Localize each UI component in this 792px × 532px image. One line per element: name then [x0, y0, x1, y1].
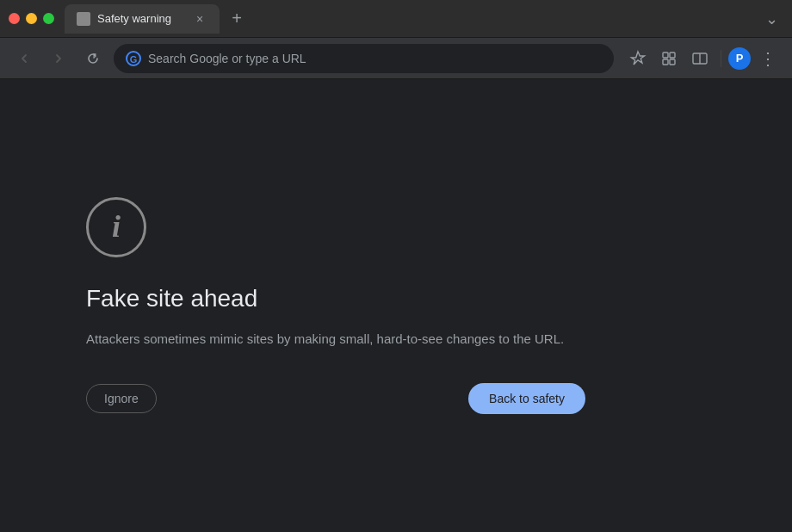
warning-title: Fake site ahead [86, 285, 257, 312]
svg-rect-6 [663, 59, 668, 65]
page-content: i Fake site ahead Attackers sometimes mi… [0, 79, 792, 532]
titlebar: i Safety warning × + ⌄ [0, 0, 792, 38]
star-icon[interactable] [624, 45, 652, 72]
warning-description: Attackers sometimes mimic sites by makin… [86, 330, 564, 350]
toolbar-icons: P ⋮ [624, 45, 782, 72]
tab-favicon: i [77, 12, 90, 26]
back-to-safety-button[interactable]: Back to safety [468, 383, 585, 414]
omnibox-text: Search Google or type a URL [148, 52, 306, 65]
tab-bar: i Safety warning × + ⌄ [65, 4, 783, 34]
extensions-icon[interactable] [655, 45, 683, 72]
svg-rect-4 [663, 53, 668, 58]
tab-close-button[interactable]: × [192, 11, 207, 27]
split-view-icon[interactable] [686, 45, 714, 72]
tab-title: Safety warning [97, 12, 185, 25]
addressbar: G Search Google or type a URL P [0, 38, 792, 79]
traffic-lights [9, 13, 54, 24]
svg-rect-7 [670, 59, 675, 65]
menu-button[interactable]: ⋮ [754, 45, 782, 72]
new-tab-button[interactable]: + [225, 7, 249, 31]
svg-rect-5 [670, 53, 675, 58]
reload-button[interactable] [79, 45, 107, 72]
svg-text:G: G [130, 53, 138, 64]
omnibox[interactable]: G Search Google or type a URL [114, 44, 614, 73]
ignore-button[interactable]: Ignore [86, 384, 157, 413]
tab-overflow-button[interactable]: ⌄ [759, 7, 783, 31]
maximize-button[interactable] [43, 13, 54, 24]
forward-button[interactable] [45, 45, 72, 72]
back-button[interactable] [10, 45, 38, 72]
button-row: Ignore Back to safety [86, 383, 585, 414]
info-icon-circle: i [86, 197, 146, 257]
active-tab[interactable]: i Safety warning × [65, 4, 220, 34]
toolbar-divider [721, 50, 721, 67]
info-icon: i [112, 211, 121, 242]
profile-avatar[interactable]: P [728, 47, 751, 70]
close-button[interactable] [9, 13, 20, 24]
minimize-button[interactable] [26, 13, 37, 24]
google-icon: G [126, 51, 141, 66]
